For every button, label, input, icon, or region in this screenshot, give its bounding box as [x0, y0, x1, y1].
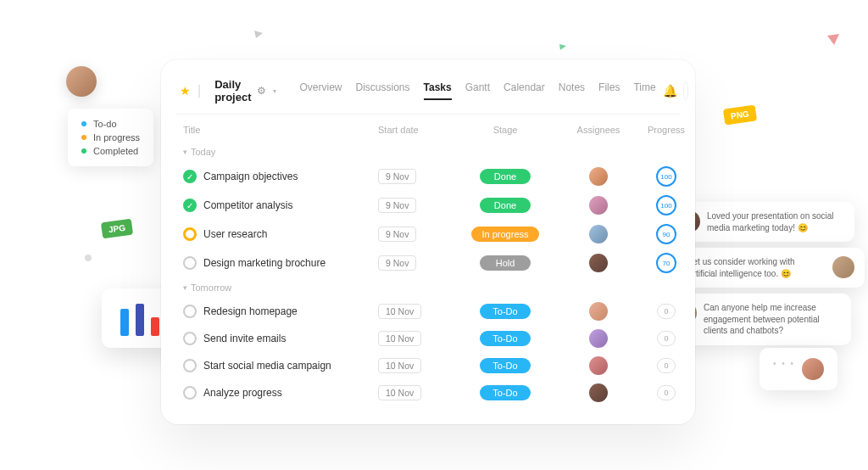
stage-badge[interactable]: To-Do — [480, 358, 531, 373]
stage-badge[interactable]: Done — [480, 169, 531, 184]
checkbox[interactable] — [183, 386, 197, 400]
legend-card: To-do In progress Completed — [68, 109, 153, 166]
stage-badge[interactable]: To-Do — [480, 304, 531, 319]
stage-badge[interactable]: To-Do — [480, 331, 531, 346]
start-date[interactable]: 9 Nov — [378, 255, 416, 271]
col-startdate: Start date — [378, 125, 454, 135]
project-name[interactable]: Daily project — [214, 78, 251, 104]
section-header[interactable]: ▾Tomorrow — [176, 277, 680, 298]
stage-badge[interactable]: In progress — [471, 227, 538, 242]
progress-indicator: 0 — [657, 385, 676, 400]
tab-gantt[interactable]: Gantt — [465, 81, 490, 100]
checkbox[interactable] — [183, 256, 197, 270]
start-date[interactable]: 9 Nov — [378, 198, 416, 213]
comment-bubble[interactable]: Let us consider working with artificial … — [678, 248, 865, 288]
progress-indicator: 0 — [657, 358, 676, 373]
task-title: User research — [203, 228, 267, 240]
task-row[interactable]: Redesign homepage10 NovTo-Do0 — [176, 298, 680, 325]
chevron-down-icon: ▾ — [183, 148, 187, 156]
task-row[interactable]: Start social media campaign10 NovTo-Do0 — [176, 352, 680, 379]
assignee-avatar[interactable] — [589, 254, 608, 272]
progress-indicator: 0 — [657, 331, 676, 346]
tab-overview[interactable]: Overview — [300, 81, 342, 100]
checkbox[interactable]: ✓ — [183, 199, 197, 212]
avatar — [832, 256, 854, 278]
legend-todo: To-do — [93, 119, 117, 129]
start-date[interactable]: 9 Nov — [378, 169, 416, 184]
task-row[interactable]: Send invite emails10 NovTo-Do0 — [176, 325, 680, 352]
chevron-down-icon[interactable]: ▾ — [273, 87, 276, 95]
chart-bar — [120, 309, 129, 336]
avatar — [66, 66, 97, 97]
start-date[interactable]: 9 Nov — [378, 227, 416, 242]
task-row[interactable]: Design marketing brochure9 NovHold70 — [176, 249, 680, 277]
comment-text: Loved your presentation on social media … — [707, 210, 844, 233]
confetti-icon — [254, 31, 263, 39]
tabs: OverviewDiscussionsTasksGanttCalendarNot… — [300, 81, 656, 100]
checkbox[interactable] — [183, 332, 197, 345]
task-title: Campaign objectives — [203, 171, 298, 182]
jpg-badge: JPG — [101, 219, 133, 239]
gear-icon[interactable]: ⚙ — [257, 85, 266, 97]
checkbox[interactable] — [183, 305, 197, 318]
stage-badge[interactable]: To-Do — [480, 385, 531, 400]
confetti-icon — [559, 44, 566, 51]
task-title: Send invite emails — [203, 333, 286, 344]
start-date[interactable]: 10 Nov — [378, 331, 421, 346]
tab-calendar[interactable]: Calendar — [504, 81, 545, 100]
more-comments-bubble[interactable]: • • • — [760, 348, 837, 390]
comment-bubble[interactable]: Loved your presentation on social media … — [668, 202, 854, 242]
progress-indicator: 90 — [656, 224, 676, 244]
assignee-avatar[interactable] — [589, 329, 608, 348]
chevron-down-icon: ▾ — [183, 283, 187, 292]
task-title: Redesign homepage — [203, 305, 298, 317]
tab-notes[interactable]: Notes — [559, 81, 585, 100]
progress-indicator: 0 — [657, 304, 676, 319]
tab-discussions[interactable]: Discussions — [356, 81, 410, 100]
start-date[interactable]: 10 Nov — [378, 385, 421, 400]
task-title: Competitor analysis — [203, 199, 292, 211]
stage-badge[interactable]: Done — [480, 198, 531, 213]
favorite-star-icon[interactable]: ★ — [180, 84, 191, 98]
assignee-avatar[interactable] — [589, 225, 608, 243]
assignee-avatar[interactable] — [589, 356, 608, 375]
task-title: Start social media campaign — [203, 360, 331, 372]
col-progress: Progress — [641, 125, 692, 135]
task-list: ▾Today✓Campaign objectives9 NovDone100✓C… — [176, 142, 680, 406]
progress-indicator: 100 — [656, 195, 676, 215]
png-badge: PNG — [723, 104, 757, 125]
col-assignees: Assignees — [556, 125, 641, 135]
task-row[interactable]: Analyze progress10 NovTo-Do0 — [176, 379, 680, 406]
tab-tasks[interactable]: Tasks — [424, 81, 452, 100]
checkbox[interactable] — [183, 227, 197, 241]
assignee-avatar[interactable] — [589, 167, 608, 186]
assignee-avatar[interactable] — [589, 196, 608, 215]
header: ★ | Daily project ⚙▾ OverviewDiscussions… — [176, 76, 680, 115]
start-date[interactable]: 10 Nov — [378, 358, 421, 373]
task-row[interactable]: ✓Campaign objectives9 NovDone100 — [176, 162, 680, 191]
svg-marker-2 — [827, 34, 839, 45]
task-row[interactable]: User research9 NovIn progress90 — [176, 220, 680, 249]
tab-time[interactable]: Time — [633, 81, 655, 100]
dots-icon: • • • — [773, 358, 795, 370]
checkbox[interactable]: ✓ — [183, 170, 197, 183]
chart-bar — [136, 304, 144, 336]
svg-marker-0 — [254, 31, 263, 38]
project-window: ★ | Daily project ⚙▾ OverviewDiscussions… — [161, 59, 695, 424]
chart-bar — [151, 317, 159, 336]
section-header[interactable]: ▾Today — [176, 142, 680, 162]
stage-badge[interactable]: Hold — [480, 255, 531, 271]
assignee-avatar[interactable] — [589, 302, 608, 321]
col-stage: Stage — [454, 125, 556, 135]
task-row[interactable]: ✓Competitor analysis9 NovDone100 — [176, 191, 680, 220]
tab-files[interactable]: Files — [598, 81, 620, 100]
avatar[interactable] — [684, 82, 687, 99]
start-date[interactable]: 10 Nov — [378, 304, 421, 319]
bell-icon[interactable]: 🔔 — [663, 84, 677, 98]
col-title: Title — [183, 125, 378, 135]
assignee-avatar[interactable] — [589, 383, 608, 402]
column-headers: Title Start date Stage Assignees Progres… — [176, 115, 680, 142]
task-title: Analyze progress — [203, 387, 282, 399]
comment-text: Let us consider working with artificial … — [688, 256, 826, 279]
checkbox[interactable] — [183, 359, 197, 372]
